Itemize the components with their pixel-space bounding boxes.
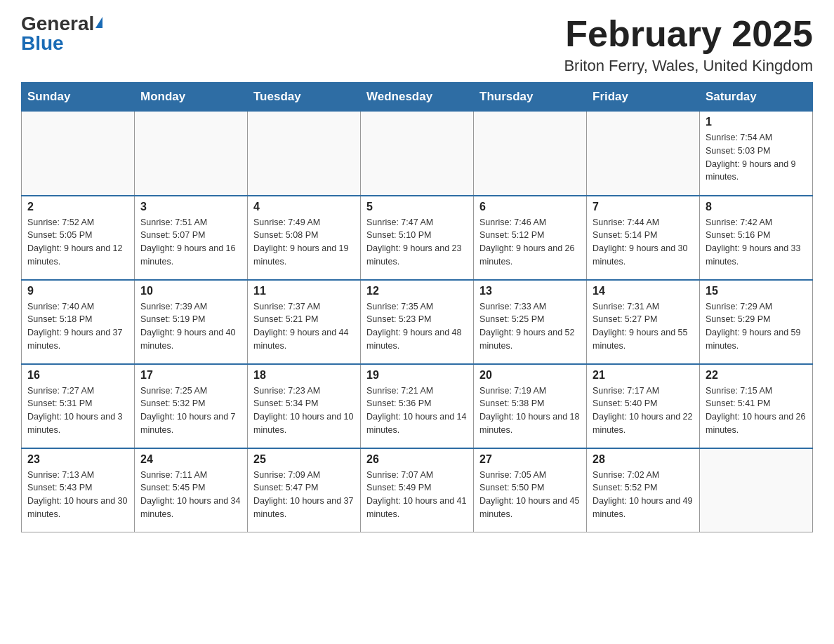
weekday-header-monday: Monday	[135, 83, 248, 112]
calendar-week-row: 1Sunrise: 7:54 AM Sunset: 5:03 PM Daylig…	[22, 112, 813, 196]
day-info: Sunrise: 7:51 AM Sunset: 5:07 PM Dayligh…	[140, 216, 241, 269]
calendar-day-cell: 10Sunrise: 7:39 AM Sunset: 5:19 PM Dayli…	[135, 280, 248, 364]
day-number: 8	[706, 201, 807, 213]
calendar-day-cell: 6Sunrise: 7:46 AM Sunset: 5:12 PM Daylig…	[474, 196, 587, 280]
calendar-day-cell: 14Sunrise: 7:31 AM Sunset: 5:27 PM Dayli…	[587, 280, 700, 364]
day-number: 18	[253, 369, 355, 382]
day-number: 28	[593, 453, 694, 466]
day-number: 23	[27, 453, 128, 466]
day-info: Sunrise: 7:44 AM Sunset: 5:14 PM Dayligh…	[593, 216, 694, 269]
calendar-day-cell: 23Sunrise: 7:13 AM Sunset: 5:43 PM Dayli…	[22, 448, 135, 532]
calendar-table: SundayMondayTuesdayWednesdayThursdayFrid…	[21, 82, 813, 532]
day-info: Sunrise: 7:23 AM Sunset: 5:34 PM Dayligh…	[253, 384, 355, 437]
calendar-day-cell: 27Sunrise: 7:05 AM Sunset: 5:50 PM Dayli…	[474, 448, 587, 532]
day-info: Sunrise: 7:02 AM Sunset: 5:52 PM Dayligh…	[593, 469, 694, 521]
calendar-day-cell: 9Sunrise: 7:40 AM Sunset: 5:18 PM Daylig…	[22, 280, 135, 364]
day-info: Sunrise: 7:15 AM Sunset: 5:41 PM Dayligh…	[706, 384, 807, 437]
day-info: Sunrise: 7:07 AM Sunset: 5:49 PM Dayligh…	[366, 469, 468, 521]
day-info: Sunrise: 7:49 AM Sunset: 5:08 PM Dayligh…	[253, 216, 355, 269]
day-number: 20	[479, 369, 581, 382]
calendar-day-cell: 7Sunrise: 7:44 AM Sunset: 5:14 PM Daylig…	[587, 196, 700, 280]
calendar-day-cell: 17Sunrise: 7:25 AM Sunset: 5:32 PM Dayli…	[135, 364, 248, 448]
location-title: Briton Ferry, Wales, United Kingdom	[564, 57, 813, 75]
calendar-day-cell: 25Sunrise: 7:09 AM Sunset: 5:47 PM Dayli…	[248, 448, 361, 532]
day-number: 11	[253, 285, 355, 297]
calendar-day-cell: 22Sunrise: 7:15 AM Sunset: 5:41 PM Dayli…	[700, 364, 813, 448]
day-info: Sunrise: 7:09 AM Sunset: 5:47 PM Dayligh…	[253, 469, 355, 521]
day-info: Sunrise: 7:21 AM Sunset: 5:36 PM Dayligh…	[366, 384, 468, 437]
day-info: Sunrise: 7:52 AM Sunset: 5:05 PM Dayligh…	[27, 216, 128, 269]
calendar-week-row: 2Sunrise: 7:52 AM Sunset: 5:05 PM Daylig…	[22, 196, 813, 280]
day-number: 4	[253, 201, 355, 213]
day-number: 7	[593, 201, 694, 213]
calendar-week-row: 9Sunrise: 7:40 AM Sunset: 5:18 PM Daylig…	[22, 280, 813, 364]
calendar-day-cell: 1Sunrise: 7:54 AM Sunset: 5:03 PM Daylig…	[700, 112, 813, 196]
day-info: Sunrise: 7:40 AM Sunset: 5:18 PM Dayligh…	[27, 300, 128, 353]
day-number: 21	[593, 369, 694, 382]
day-number: 6	[479, 201, 581, 213]
weekday-header-saturday: Saturday	[700, 83, 813, 112]
calendar-day-cell: 21Sunrise: 7:17 AM Sunset: 5:40 PM Dayli…	[587, 364, 700, 448]
calendar-week-row: 16Sunrise: 7:27 AM Sunset: 5:31 PM Dayli…	[22, 364, 813, 448]
day-number: 17	[140, 369, 241, 382]
day-info: Sunrise: 7:35 AM Sunset: 5:23 PM Dayligh…	[366, 300, 468, 353]
calendar-day-cell: 28Sunrise: 7:02 AM Sunset: 5:52 PM Dayli…	[587, 448, 700, 532]
calendar-day-cell	[587, 112, 700, 196]
calendar-day-cell: 2Sunrise: 7:52 AM Sunset: 5:05 PM Daylig…	[22, 196, 135, 280]
weekday-header-friday: Friday	[587, 83, 700, 112]
weekday-header-thursday: Thursday	[474, 83, 587, 112]
calendar-day-cell	[700, 448, 813, 532]
day-number: 27	[479, 453, 581, 466]
day-number: 5	[366, 201, 468, 213]
calendar-day-cell	[248, 112, 361, 196]
day-info: Sunrise: 7:27 AM Sunset: 5:31 PM Dayligh…	[27, 384, 128, 437]
calendar-day-cell: 26Sunrise: 7:07 AM Sunset: 5:49 PM Dayli…	[361, 448, 474, 532]
day-number: 19	[366, 369, 468, 382]
weekday-header-row: SundayMondayTuesdayWednesdayThursdayFrid…	[22, 83, 813, 112]
calendar-day-cell: 15Sunrise: 7:29 AM Sunset: 5:29 PM Dayli…	[700, 280, 813, 364]
logo: General Blue	[21, 14, 102, 53]
calendar-day-cell: 8Sunrise: 7:42 AM Sunset: 5:16 PM Daylig…	[700, 196, 813, 280]
day-info: Sunrise: 7:37 AM Sunset: 5:21 PM Dayligh…	[253, 300, 355, 353]
calendar-day-cell: 19Sunrise: 7:21 AM Sunset: 5:36 PM Dayli…	[361, 364, 474, 448]
logo-general-text: General	[21, 14, 94, 34]
weekday-header-tuesday: Tuesday	[248, 83, 361, 112]
calendar-week-row: 23Sunrise: 7:13 AM Sunset: 5:43 PM Dayli…	[22, 448, 813, 532]
day-info: Sunrise: 7:42 AM Sunset: 5:16 PM Dayligh…	[706, 216, 807, 269]
day-number: 1	[706, 116, 807, 128]
day-info: Sunrise: 7:17 AM Sunset: 5:40 PM Dayligh…	[593, 384, 694, 437]
calendar-day-cell	[135, 112, 248, 196]
day-info: Sunrise: 7:25 AM Sunset: 5:32 PM Dayligh…	[140, 384, 241, 437]
day-info: Sunrise: 7:54 AM Sunset: 5:03 PM Dayligh…	[706, 131, 807, 184]
day-number: 26	[366, 453, 468, 466]
day-number: 9	[27, 285, 128, 297]
day-number: 2	[27, 201, 128, 213]
calendar-day-cell: 16Sunrise: 7:27 AM Sunset: 5:31 PM Dayli…	[22, 364, 135, 448]
day-info: Sunrise: 7:46 AM Sunset: 5:12 PM Dayligh…	[479, 216, 581, 269]
day-number: 3	[140, 201, 241, 213]
month-title: February 2025	[564, 14, 813, 54]
calendar-day-cell: 18Sunrise: 7:23 AM Sunset: 5:34 PM Dayli…	[248, 364, 361, 448]
calendar-day-cell: 20Sunrise: 7:19 AM Sunset: 5:38 PM Dayli…	[474, 364, 587, 448]
calendar-day-cell	[474, 112, 587, 196]
day-number: 13	[479, 285, 581, 297]
day-number: 15	[706, 285, 807, 297]
calendar-day-cell: 13Sunrise: 7:33 AM Sunset: 5:25 PM Dayli…	[474, 280, 587, 364]
day-number: 22	[706, 369, 807, 382]
calendar-day-cell	[22, 112, 135, 196]
calendar-day-cell	[361, 112, 474, 196]
day-number: 12	[366, 285, 468, 297]
calendar-day-cell: 12Sunrise: 7:35 AM Sunset: 5:23 PM Dayli…	[361, 280, 474, 364]
calendar-day-cell: 11Sunrise: 7:37 AM Sunset: 5:21 PM Dayli…	[248, 280, 361, 364]
logo-blue-text: Blue	[21, 34, 64, 53]
day-info: Sunrise: 7:33 AM Sunset: 5:25 PM Dayligh…	[479, 300, 581, 353]
calendar-day-cell: 3Sunrise: 7:51 AM Sunset: 5:07 PM Daylig…	[135, 196, 248, 280]
calendar-day-cell: 5Sunrise: 7:47 AM Sunset: 5:10 PM Daylig…	[361, 196, 474, 280]
calendar-day-cell: 24Sunrise: 7:11 AM Sunset: 5:45 PM Dayli…	[135, 448, 248, 532]
weekday-header-sunday: Sunday	[22, 83, 135, 112]
day-number: 24	[140, 453, 241, 466]
day-number: 10	[140, 285, 241, 297]
day-info: Sunrise: 7:11 AM Sunset: 5:45 PM Dayligh…	[140, 469, 241, 521]
day-info: Sunrise: 7:13 AM Sunset: 5:43 PM Dayligh…	[27, 469, 128, 521]
calendar-day-cell: 4Sunrise: 7:49 AM Sunset: 5:08 PM Daylig…	[248, 196, 361, 280]
